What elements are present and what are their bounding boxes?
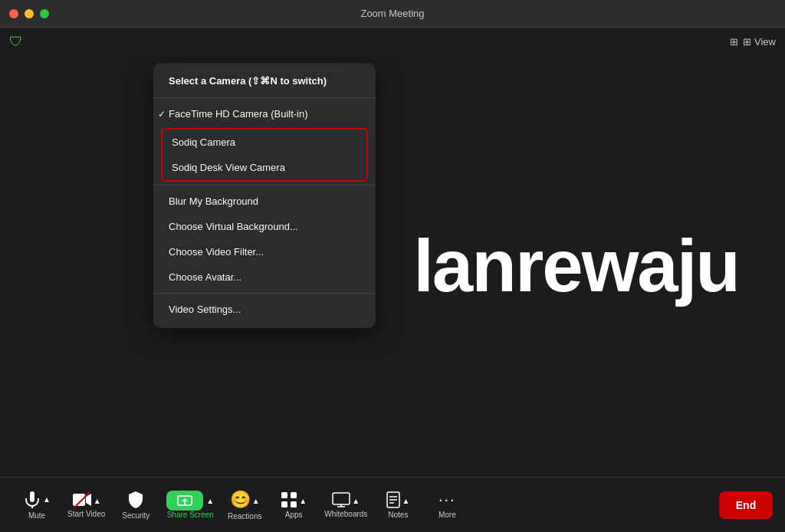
toolbar-item-notes[interactable]: ▲ Notes bbox=[373, 487, 422, 524]
dropdown-title: Select a Camera (⇧⌘N to switch) bbox=[153, 69, 376, 94]
mute-label: Mute bbox=[28, 511, 45, 520]
toolbar-item-security[interactable]: Security bbox=[111, 486, 160, 524]
chevron-up-notes[interactable]: ▲ bbox=[402, 497, 409, 505]
svg-rect-7 bbox=[291, 501, 297, 507]
more-label: More bbox=[438, 511, 456, 519]
reactions-icon-row: 😊 ▲ bbox=[230, 490, 260, 512]
topbar-left: 🛡 bbox=[9, 34, 23, 50]
bottom-toolbar: ▲ Mute ▲ Start Video bbox=[0, 477, 785, 532]
chevron-up-mute[interactable]: ▲ bbox=[43, 495, 51, 504]
notes-icon bbox=[386, 491, 400, 508]
toolbar-items: ▲ Mute ▲ Start Video bbox=[12, 485, 719, 525]
whiteboards-icon bbox=[332, 492, 350, 507]
view-icon: ⊞ bbox=[730, 36, 738, 48]
menu-item-label: Choose Avatar... bbox=[169, 271, 241, 283]
menu-item-blur[interactable]: Blur My Background bbox=[153, 189, 376, 214]
menu-item-video-filter[interactable]: Choose Video Filter... bbox=[153, 239, 376, 264]
menu-item-label: Blur My Background bbox=[169, 195, 258, 207]
camera-dropdown: Select a Camera (⇧⌘N to switch) ✓ FaceTi… bbox=[153, 63, 376, 328]
maximize-button[interactable] bbox=[40, 9, 49, 18]
video-icon-row: ▲ bbox=[72, 492, 101, 510]
username-display: lanrewaju bbox=[413, 224, 739, 308]
menu-item-label: Choose Virtual Background... bbox=[169, 221, 298, 232]
window-title: Zoom Meeting bbox=[360, 8, 424, 19]
whiteboards-icon-row: ▲ bbox=[332, 492, 360, 510]
toolbar-item-more[interactable]: ··· More bbox=[422, 486, 471, 524]
end-button[interactable]: End bbox=[719, 491, 773, 519]
highlighted-camera-group: Sodiq Camera Sodiq Desk View Camera bbox=[161, 128, 368, 182]
video-label: Start Video bbox=[67, 510, 105, 518]
whiteboards-label: Whiteboards bbox=[324, 510, 367, 518]
video-icon bbox=[72, 492, 92, 507]
security-label: Security bbox=[122, 511, 149, 520]
notes-label: Notes bbox=[388, 511, 408, 519]
titlebar-buttons bbox=[9, 9, 49, 18]
chevron-up-share[interactable]: ▲ bbox=[206, 497, 214, 505]
svg-rect-5 bbox=[291, 492, 297, 498]
reactions-label: Reactions bbox=[228, 512, 261, 521]
toolbar-item-video[interactable]: ▲ Start Video bbox=[61, 488, 111, 523]
toolbar-item-apps[interactable]: ▲ Apps bbox=[269, 487, 318, 524]
menu-item-label: Video Settings... bbox=[169, 304, 241, 315]
menu-item-label: Sodiq Desk View Camera bbox=[172, 162, 285, 173]
svg-rect-4 bbox=[281, 492, 287, 498]
apps-label: Apps bbox=[285, 511, 303, 519]
chevron-up-video[interactable]: ▲ bbox=[94, 497, 101, 505]
share-screen-icon bbox=[166, 491, 203, 511]
menu-divider-2 bbox=[153, 185, 376, 186]
toolbar-item-share-screen[interactable]: ▲ Share Screen bbox=[160, 486, 220, 524]
menu-item-avatar[interactable]: Choose Avatar... bbox=[153, 264, 376, 290]
menu-divider-1 bbox=[153, 97, 376, 98]
view-label[interactable]: ⊞ View bbox=[743, 36, 776, 48]
minimize-button[interactable] bbox=[25, 9, 34, 18]
reactions-icon: 😊 bbox=[230, 490, 251, 510]
svg-rect-6 bbox=[281, 501, 287, 507]
toolbar-item-mute[interactable]: ▲ Mute bbox=[12, 486, 61, 524]
apps-icon-row: ▲ bbox=[281, 491, 307, 511]
chevron-up-reactions[interactable]: ▲ bbox=[252, 497, 260, 505]
topbar-right[interactable]: ⊞ ⊞ View bbox=[730, 36, 776, 48]
security-icon bbox=[127, 491, 144, 509]
menu-item-virtual-bg[interactable]: Choose Virtual Background... bbox=[153, 214, 376, 239]
mute-icon: ▲ bbox=[23, 491, 51, 509]
shield-icon: 🛡 bbox=[9, 34, 23, 50]
main-content: lanrewaju Select a Camera (⇧⌘N to switch… bbox=[0, 55, 785, 477]
svg-rect-8 bbox=[333, 493, 350, 504]
share-screen-icon-row: ▲ bbox=[166, 491, 214, 511]
toolbar-item-whiteboards[interactable]: ▲ Whiteboards bbox=[318, 488, 373, 523]
notes-icon-row: ▲ bbox=[386, 491, 409, 511]
menu-item-label: FaceTime HD Camera (Built-in) bbox=[169, 108, 308, 120]
menu-item-facetime[interactable]: ✓ FaceTime HD Camera (Built-in) bbox=[153, 101, 376, 126]
menu-divider-3 bbox=[153, 293, 376, 294]
titlebar: Zoom Meeting bbox=[0, 0, 785, 28]
menu-item-sodiq-camera[interactable]: Sodiq Camera bbox=[163, 130, 366, 155]
chevron-up-apps[interactable]: ▲ bbox=[299, 497, 307, 505]
topbar: 🛡 ⊞ ⊞ View bbox=[0, 28, 785, 55]
menu-item-video-settings[interactable]: Video Settings... bbox=[153, 297, 376, 322]
menu-item-sodiq-desk[interactable]: Sodiq Desk View Camera bbox=[163, 155, 366, 180]
close-button[interactable] bbox=[9, 9, 18, 18]
checkmark-icon: ✓ bbox=[158, 109, 166, 120]
chevron-up-whiteboards[interactable]: ▲ bbox=[352, 497, 360, 505]
toolbar-item-reactions[interactable]: 😊 ▲ Reactions bbox=[220, 485, 269, 525]
more-icon: ··· bbox=[438, 491, 456, 508]
menu-item-label: Sodiq Camera bbox=[172, 136, 235, 148]
share-screen-label: Share Screen bbox=[167, 511, 214, 519]
menu-item-label: Choose Video Filter... bbox=[169, 246, 264, 258]
apps-icon bbox=[281, 491, 297, 508]
